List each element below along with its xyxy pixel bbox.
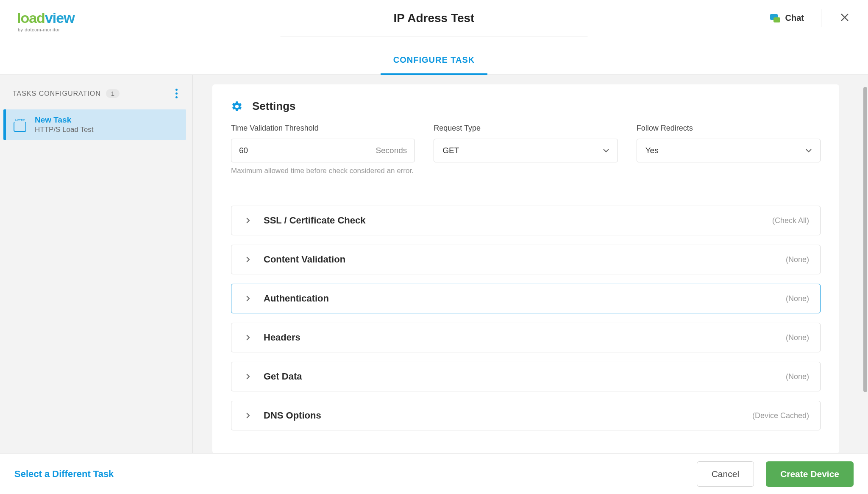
gear-icon: [231, 100, 243, 112]
accordion-label: Authentication: [264, 293, 329, 304]
chevron-down-icon: [603, 148, 609, 154]
request-type-label: Request Type: [434, 124, 618, 133]
accordion-label: Content Validation: [264, 254, 345, 265]
time-validation-help: Maximum allowed time before check consid…: [231, 167, 415, 175]
page-title: IP Adress Test: [394, 11, 475, 25]
chevron-right-icon: [246, 296, 252, 301]
accordion-row[interactable]: Get Data (None): [231, 362, 821, 391]
http-task-icon: HTTP: [14, 119, 27, 130]
task-subtitle: HTTP/S Load Test: [35, 126, 94, 134]
chevron-right-icon: [246, 374, 252, 380]
time-validation-label: Time Validation Threshold: [231, 124, 415, 133]
follow-redirects-value: Yes: [645, 146, 659, 155]
chat-label: Chat: [785, 13, 804, 23]
time-validation-input-wrap: Seconds: [231, 139, 415, 162]
chevron-down-icon: [806, 148, 812, 154]
close-button[interactable]: [838, 10, 851, 27]
accordion-status: (None): [786, 372, 809, 381]
accordion-row[interactable]: DNS Options (Device Cached): [231, 401, 821, 430]
accordion-label: Get Data: [264, 371, 302, 382]
tabs: CONFIGURE TASK: [0, 36, 868, 75]
select-different-task-link[interactable]: Select a Different Task: [14, 469, 114, 480]
request-type-value: GET: [442, 146, 459, 155]
accordion-label: SSL / Certificate Check: [264, 215, 365, 226]
chevron-right-icon: [246, 218, 252, 223]
accordion-status: (None): [786, 255, 809, 264]
panel-title: Settings: [252, 100, 296, 113]
chat-button[interactable]: Chat: [770, 13, 804, 23]
accordion-status: (None): [786, 294, 809, 303]
task-name: New Task: [35, 115, 94, 125]
close-icon: [840, 13, 849, 22]
accordion-status: (Check All): [772, 216, 809, 225]
create-device-button[interactable]: Create Device: [766, 461, 854, 487]
logo-part1: load: [17, 10, 45, 26]
accordion-status: (Device Cached): [752, 411, 809, 420]
follow-redirects-select[interactable]: Yes: [637, 139, 821, 162]
accordion-status: (None): [786, 333, 809, 342]
accordion-row[interactable]: Content Validation (None): [231, 245, 821, 274]
accordion-row[interactable]: Authentication (None): [231, 284, 821, 313]
request-type-select[interactable]: GET: [434, 139, 618, 162]
chevron-right-icon: [246, 335, 252, 340]
divider: [821, 9, 821, 27]
time-validation-input[interactable]: [239, 146, 376, 155]
title-underline: [281, 36, 588, 36]
tab-configure-task[interactable]: CONFIGURE TASK: [381, 55, 488, 75]
logo[interactable]: loadview by dotcom-monitor: [17, 10, 75, 26]
scrollbar[interactable]: [863, 87, 867, 392]
sidebar: TASKS CONFIGURATION 1 HTTP New Task HTTP…: [0, 75, 193, 453]
accordion-row[interactable]: Headers (None): [231, 323, 821, 352]
time-validation-unit: Seconds: [376, 146, 407, 155]
settings-panel: Settings Time Validation Threshold Secon…: [212, 84, 839, 453]
more-options-icon[interactable]: [174, 87, 179, 100]
sidebar-task-item[interactable]: HTTP New Task HTTP/S Load Test: [3, 109, 186, 140]
logo-part2: view: [45, 10, 75, 26]
accordion-label: DNS Options: [264, 410, 321, 421]
chat-icon: [770, 14, 780, 22]
accordion-label: Headers: [264, 332, 300, 343]
follow-redirects-label: Follow Redirects: [637, 124, 821, 133]
tasks-count-badge: 1: [106, 89, 120, 98]
logo-subtitle: by dotcom-monitor: [18, 27, 60, 32]
sidebar-title: TASKS CONFIGURATION: [13, 90, 101, 98]
accordion-row[interactable]: SSL / Certificate Check (Check All): [231, 206, 821, 235]
chevron-right-icon: [246, 257, 252, 262]
footer: Select a Different Task Cancel Create De…: [0, 453, 868, 494]
cancel-button[interactable]: Cancel: [697, 461, 754, 487]
chevron-right-icon: [246, 413, 252, 419]
